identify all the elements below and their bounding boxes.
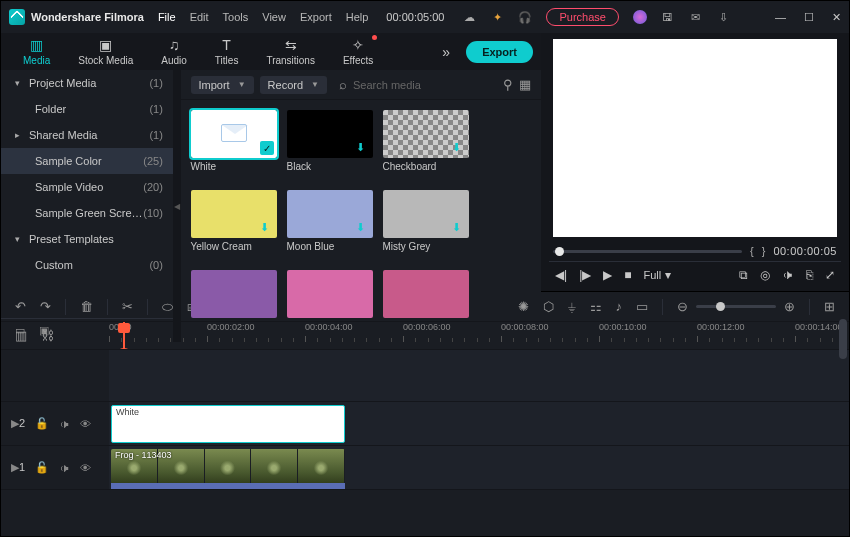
media-thumb[interactable]: ⬇Checkboard — [383, 110, 469, 172]
stop-button[interactable]: ■ — [624, 268, 631, 282]
video-track-1: ▶1 🔓 🕩 👁 Frog - 113403 — [1, 446, 849, 490]
sidebar-item[interactable]: Sample Color(25) — [1, 148, 173, 174]
preview-timecode: 00:00:00:05 — [773, 245, 837, 257]
zoom-in-button[interactable]: ⊕ — [784, 299, 795, 314]
filter-icon[interactable]: ⚲ — [503, 77, 513, 92]
save-icon[interactable]: 🖫 — [661, 10, 675, 24]
mark-out-button[interactable]: } — [762, 245, 766, 257]
link-icon[interactable]: ⛓ — [41, 328, 54, 343]
transition-icon: ⇆ — [285, 37, 297, 53]
snapshot-icon[interactable]: ◎ — [760, 268, 770, 282]
tab-transitions[interactable]: ⇆Transitions — [252, 33, 329, 70]
vertical-scrollbar[interactable] — [839, 319, 847, 359]
lock-icon[interactable]: 🔓 — [35, 417, 49, 430]
fit-icon[interactable]: ⊞ — [824, 299, 835, 314]
download-icon[interactable]: ⇩ — [717, 10, 731, 24]
lock-icon[interactable]: 🔓 — [35, 461, 49, 474]
visibility-icon[interactable]: 👁 — [80, 418, 91, 430]
menu-export[interactable]: Export — [300, 11, 332, 23]
clip-audio[interactable] — [111, 483, 345, 489]
timeline-ruler[interactable]: ✂ 00:0000:00:02:0000:00:04:0000:00:06:00… — [109, 322, 849, 349]
shield-icon[interactable]: ⬡ — [543, 299, 554, 314]
sidebar-item[interactable]: ▾Preset Templates — [1, 226, 173, 252]
preview-canvas[interactable] — [553, 39, 837, 237]
sidebar-item[interactable]: ▸Shared Media(1) — [1, 122, 173, 148]
mark-in-button[interactable]: { — [750, 245, 754, 257]
menu-view[interactable]: View — [262, 11, 286, 23]
zoom-out-button[interactable]: ⊖ — [677, 299, 688, 314]
undo-button[interactable]: ↶ — [15, 299, 26, 314]
track-video-icon[interactable]: ▶2 — [11, 417, 25, 430]
mute-icon[interactable]: 🕩 — [59, 462, 70, 474]
music-icon: ♫ — [169, 37, 180, 53]
message-icon[interactable]: ✉ — [689, 10, 703, 24]
sidebar-item[interactable]: Folder(1) — [1, 96, 173, 122]
quality-dropdown[interactable]: Full ▾ — [644, 268, 671, 282]
mixer-icon[interactable]: ⚏ — [590, 299, 602, 314]
text-icon: T — [222, 37, 231, 53]
sidebar-item[interactable]: Sample Video(20) — [1, 174, 173, 200]
clip-frog[interactable]: Frog - 113403 — [111, 449, 345, 487]
sidebar-item[interactable]: ▾Project Media(1) — [1, 70, 173, 96]
media-thumb[interactable]: ⬇Black — [287, 110, 373, 172]
scrubber-thumb[interactable] — [555, 247, 564, 256]
media-thumb[interactable]: ⬇Misty Grey — [383, 190, 469, 252]
volume-icon[interactable]: 🕩 — [782, 268, 794, 282]
music-icon[interactable]: ♪ — [616, 299, 623, 314]
tab-audio[interactable]: ♫Audio — [147, 33, 201, 70]
menu-file[interactable]: File — [158, 11, 176, 23]
search-input[interactable] — [353, 79, 491, 91]
record-dropdown[interactable]: Record▼ — [260, 76, 327, 94]
display-icon[interactable]: ⧉ — [739, 268, 748, 282]
account-icon[interactable] — [633, 10, 647, 24]
play-button[interactable]: ▶ — [603, 268, 612, 282]
sidebar-item[interactable]: Sample Green Scre…(10) — [1, 200, 173, 226]
import-dropdown[interactable]: Import▼ — [191, 76, 254, 94]
sparkle-icon: ✧ — [352, 37, 364, 53]
tab-titles[interactable]: TTitles — [201, 33, 253, 70]
tab-effects[interactable]: ✧Effects — [329, 33, 387, 70]
light-icon[interactable]: ✺ — [518, 299, 529, 314]
support-icon[interactable]: 🎧 — [518, 10, 532, 24]
visibility-icon[interactable]: 👁 — [80, 462, 91, 474]
tab-stock-media[interactable]: ▣Stock Media — [64, 33, 147, 70]
media-thumb[interactable]: ✓White — [191, 110, 277, 172]
media-thumb[interactable]: ⬇Yellow Cream — [191, 190, 277, 252]
cloud-icon[interactable]: ☁ — [462, 10, 476, 24]
clip-white[interactable]: White — [111, 405, 345, 443]
split-button[interactable]: ✂ — [122, 299, 133, 314]
redo-button[interactable]: ↷ — [40, 299, 51, 314]
tag-icon[interactable]: ⬭ — [162, 299, 173, 315]
grid-view-icon[interactable]: ▦ — [519, 77, 531, 92]
prev-frame-button[interactable]: ◀| — [555, 268, 567, 282]
playhead[interactable]: ✂ — [123, 322, 125, 349]
tab-media[interactable]: ▥Media — [9, 33, 64, 70]
timeline-mode-icon[interactable]: ▥ — [15, 328, 27, 343]
tracks-area: ▶2 🔓 🕩 👁 White ▶1 🔓 🕩 👁 Frog - 113403 — [1, 350, 849, 536]
video-track-2: ▶2 🔓 🕩 👁 White — [1, 402, 849, 446]
mute-icon[interactable]: 🕩 — [59, 418, 70, 430]
close-button[interactable]: ✕ — [832, 11, 841, 24]
detach-icon[interactable]: ⎘ — [806, 268, 813, 282]
maximize-button[interactable]: ☐ — [804, 11, 814, 24]
fullscreen-icon[interactable]: ⤢ — [825, 268, 835, 282]
export-button[interactable]: Export — [466, 41, 533, 63]
mic-icon[interactable]: ⏚ — [568, 299, 576, 314]
menu-help[interactable]: Help — [346, 11, 369, 23]
track-video-icon[interactable]: ▶1 — [11, 461, 25, 474]
menu-edit[interactable]: Edit — [190, 11, 209, 23]
sidebar-item[interactable]: Custom(0) — [1, 252, 173, 278]
zoom-slider[interactable] — [696, 305, 776, 308]
preview-scrubber[interactable] — [553, 250, 742, 253]
menu-tools[interactable]: Tools — [223, 11, 249, 23]
purchase-button[interactable]: Purchase — [546, 8, 618, 26]
delete-button[interactable]: 🗑 — [80, 299, 93, 314]
media-thumb[interactable]: ⬇Moon Blue — [287, 190, 373, 252]
more-tabs-button[interactable]: » — [442, 44, 450, 60]
tips-icon[interactable]: ✦ — [490, 10, 504, 24]
play-backward-button[interactable]: |▶ — [579, 268, 591, 282]
cut-marker-icon[interactable]: ✂ — [115, 348, 133, 349]
marker-icon[interactable]: ▭ — [636, 299, 648, 314]
folder-icon: ▥ — [30, 37, 43, 53]
minimize-button[interactable]: — — [775, 11, 786, 24]
